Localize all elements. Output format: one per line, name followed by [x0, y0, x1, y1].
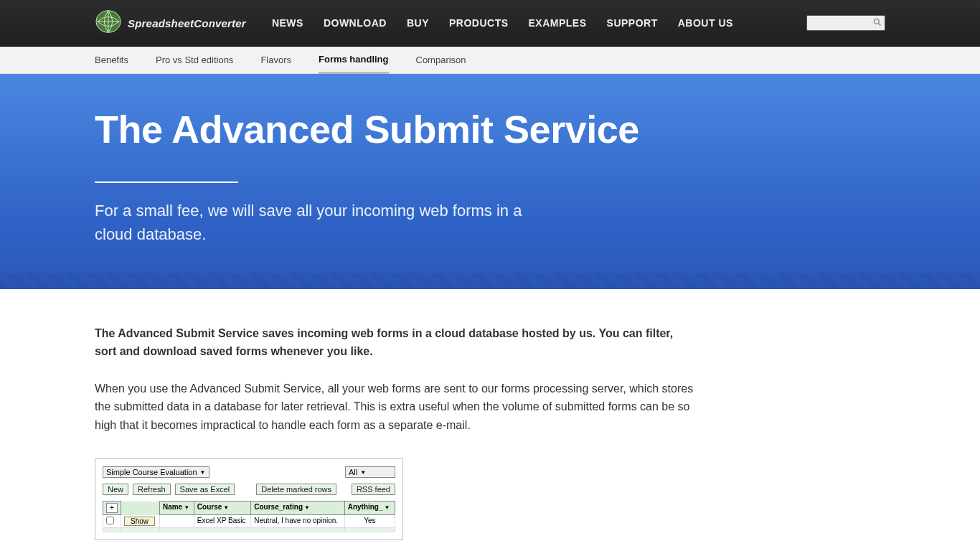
nav-support[interactable]: SUPPORT — [607, 17, 658, 29]
show-button[interactable]: Show — [124, 517, 155, 526]
primary-nav: NEWS DOWNLOAD BUY PRODUCTS EXAMPLES SUPP… — [272, 17, 806, 29]
table-row — [103, 528, 395, 532]
form-select[interactable]: Simple Course Evaluation ▼ — [103, 466, 209, 478]
refresh-button[interactable]: Refresh — [133, 484, 171, 495]
filter-select-value: All — [349, 468, 357, 476]
intro-text: The Advanced Submit Service saves incomi… — [95, 325, 694, 361]
subnav-forms-handling[interactable]: Forms handling — [319, 47, 389, 74]
nav-buy[interactable]: BUY — [407, 17, 429, 29]
nav-examples[interactable]: EXAMPLES — [529, 17, 587, 29]
row-checkbox[interactable] — [106, 517, 114, 524]
delete-rows-button[interactable]: Delete marked rows — [256, 484, 336, 495]
content: The Advanced Submit Service saves incomi… — [0, 289, 789, 540]
form-select-value: Simple Course Evaluation — [106, 468, 197, 476]
logo[interactable]: SpreadsheetConverter — [95, 8, 246, 38]
top-bar: SpreadsheetConverter NEWS DOWNLOAD BUY P… — [0, 0, 980, 47]
cell-rating: Neutral, I have no opinion. — [251, 515, 344, 528]
nav-products[interactable]: PRODUCTS — [449, 17, 509, 29]
chevron-down-icon: ▼ — [184, 504, 189, 511]
col-course[interactable]: Course▼ — [194, 501, 250, 515]
chevron-down-icon: ▼ — [360, 469, 366, 476]
nav-news[interactable]: NEWS — [272, 17, 303, 29]
nav-about[interactable]: ABOUT US — [678, 17, 733, 29]
hero-subtitle: For a small fee, we will save all your i… — [95, 199, 540, 246]
search-icon — [873, 18, 882, 29]
logo-text: SpreadsheetConverter — [128, 17, 246, 29]
chevron-down-icon: ▼ — [200, 469, 206, 476]
cell-course: Excel XP Basic — [194, 515, 250, 528]
sub-nav: Benefits Pro vs Std editions Flavors For… — [0, 47, 980, 74]
body-paragraph-1: When you use the Advanced Submit Service… — [95, 380, 694, 435]
page-title: The Advanced Submit Service — [95, 107, 885, 151]
col-name[interactable]: Name▼ — [159, 501, 194, 515]
hero: The Advanced Submit Service For a small … — [0, 74, 980, 289]
subnav-benefits[interactable]: Benefits — [95, 47, 128, 73]
search-wrap — [806, 15, 885, 31]
svg-point-4 — [875, 19, 880, 24]
col-course-rating[interactable]: Course_rating▼ — [251, 501, 344, 515]
cell-anything: Yes — [344, 515, 395, 528]
col-anything[interactable]: Anything_▼ — [344, 501, 395, 515]
globe-icon — [95, 8, 122, 38]
subnav-pro-vs-std[interactable]: Pro vs Std editions — [156, 47, 233, 73]
expand-all-button[interactable]: + — [106, 503, 118, 513]
chevron-down-icon: ▼ — [385, 504, 390, 511]
forms-table: + Name▼ Course▼ Course_rating▼ Anything_… — [103, 501, 395, 532]
svg-line-5 — [879, 23, 881, 25]
hero-divider — [95, 182, 238, 183]
rss-feed-button[interactable]: RSS feed — [352, 484, 395, 495]
subnav-comparison[interactable]: Comparison — [416, 47, 466, 73]
filter-select[interactable]: All ▼ — [345, 466, 395, 478]
chevron-down-icon: ▼ — [223, 504, 229, 511]
expand-column-header: + — [103, 501, 121, 515]
search-button[interactable] — [871, 17, 884, 29]
nav-download[interactable]: DOWNLOAD — [324, 17, 387, 29]
chevron-down-icon: ▼ — [304, 504, 310, 511]
new-button[interactable]: New — [103, 484, 128, 495]
save-excel-button[interactable]: Save as Excel — [175, 484, 235, 495]
subnav-flavors[interactable]: Flavors — [260, 47, 291, 73]
forms-panel: Simple Course Evaluation ▼ All ▼ New Ref… — [95, 458, 403, 540]
table-row: Show Excel XP Basic Neutral, I have no o… — [103, 515, 395, 528]
